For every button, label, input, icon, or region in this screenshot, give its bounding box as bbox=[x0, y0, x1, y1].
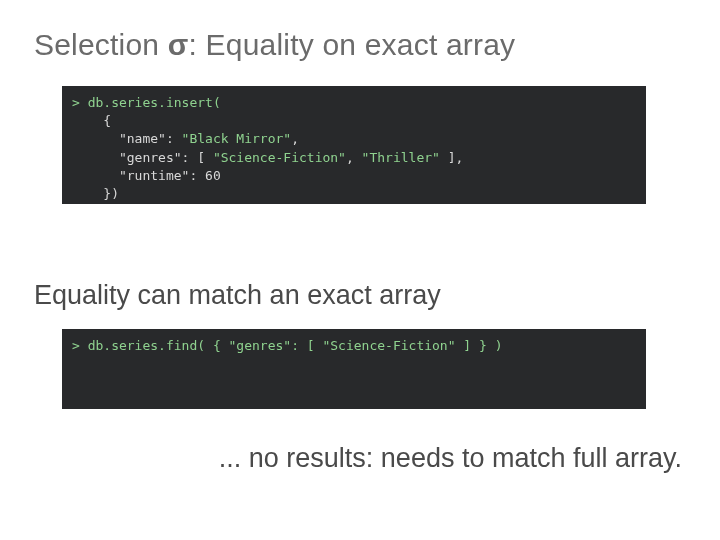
footnote-text: ... no results: needs to match full arra… bbox=[34, 443, 686, 474]
sub-heading: Equality can match an exact array bbox=[34, 280, 686, 311]
slide-title: Selection σ: Equality on exact array bbox=[34, 28, 686, 62]
code-line: }) bbox=[72, 186, 119, 201]
title-text-pre: Selection bbox=[34, 28, 168, 61]
code-line: { bbox=[72, 113, 111, 128]
prompt: > bbox=[72, 338, 88, 353]
code-line: db.series.find( { "genres": [ "Science-F… bbox=[88, 338, 503, 353]
code-block-find: > db.series.find( { "genres": [ "Science… bbox=[62, 329, 646, 409]
code-line: "runtime": 60 bbox=[72, 168, 221, 183]
code-line: "genres": [ "Science-Fiction", "Thriller… bbox=[72, 150, 463, 165]
title-text-post: : Equality on exact array bbox=[188, 28, 515, 61]
sigma-symbol: σ bbox=[168, 28, 189, 61]
code-line: db.series.insert( bbox=[88, 95, 221, 110]
code-line: "name": "Black Mirror", bbox=[72, 131, 299, 146]
prompt: > bbox=[72, 95, 88, 110]
code-block-insert: > db.series.insert( { "name": "Black Mir… bbox=[62, 86, 646, 204]
